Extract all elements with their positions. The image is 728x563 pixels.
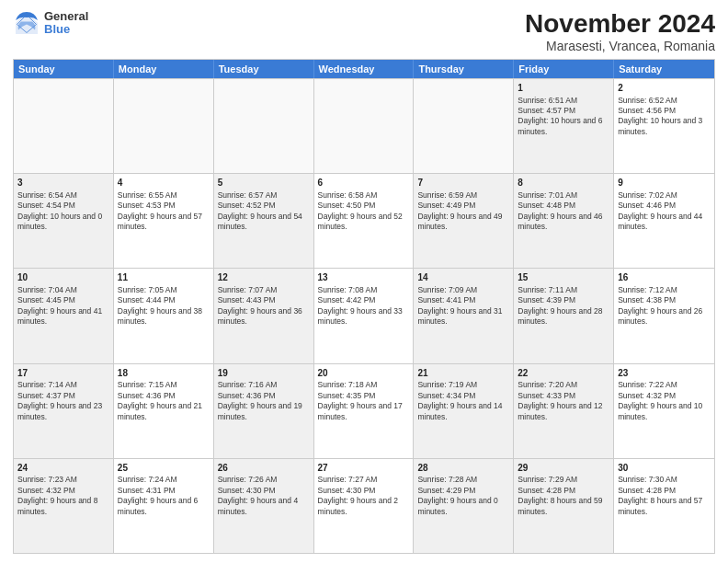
cal-cell-0-1 [114,79,214,173]
day-number: 25 [118,462,210,475]
day-info: Sunrise: 6:51 AM Sunset: 4:57 PM Dayligh… [518,96,602,136]
logo-blue: Blue [44,23,88,36]
cal-cell-1-2: 5Sunrise: 6:57 AM Sunset: 4:52 PM Daylig… [214,174,314,268]
cal-cell-4-1: 25Sunrise: 7:24 AM Sunset: 4:31 PM Dayli… [114,459,214,553]
day-number: 4 [118,177,210,190]
header-day-monday: Monday [114,60,214,78]
logo-general: General [44,10,88,23]
cal-cell-3-0: 17Sunrise: 7:14 AM Sunset: 4:37 PM Dayli… [14,364,114,458]
cal-cell-0-2 [214,79,314,173]
cal-cell-0-5: 1Sunrise: 6:51 AM Sunset: 4:57 PM Daylig… [514,79,614,173]
day-info: Sunrise: 7:22 AM Sunset: 4:32 PM Dayligh… [618,380,702,420]
cal-cell-2-0: 10Sunrise: 7:04 AM Sunset: 4:45 PM Dayli… [14,269,114,362]
header-day-tuesday: Tuesday [214,60,314,78]
day-info: Sunrise: 6:59 AM Sunset: 4:49 PM Dayligh… [417,190,502,231]
cal-cell-4-2: 26Sunrise: 7:26 AM Sunset: 4:30 PM Dayli… [214,459,314,553]
cal-cell-4-0: 24Sunrise: 7:23 AM Sunset: 4:32 PM Dayli… [14,459,114,553]
cal-cell-4-6: 30Sunrise: 7:30 AM Sunset: 4:28 PM Dayli… [614,459,714,553]
cal-cell-0-4 [414,79,514,173]
day-number: 1 [518,82,609,95]
day-info: Sunrise: 7:20 AM Sunset: 4:33 PM Dayligh… [518,380,602,420]
day-info: Sunrise: 7:04 AM Sunset: 4:45 PM Dayligh… [17,285,102,326]
header-day-thursday: Thursday [414,60,514,78]
cal-cell-1-5: 8Sunrise: 7:01 AM Sunset: 4:48 PM Daylig… [514,174,614,268]
day-number: 24 [17,462,109,475]
day-number: 10 [17,271,109,284]
cal-cell-0-3 [314,79,415,173]
cal-cell-2-5: 15Sunrise: 7:11 AM Sunset: 4:39 PM Dayli… [514,269,614,362]
cal-cell-1-3: 6Sunrise: 6:58 AM Sunset: 4:50 PM Daylig… [314,174,415,268]
logo-icon [13,9,40,37]
calendar-row-3: 17Sunrise: 7:14 AM Sunset: 4:37 PM Dayli… [14,363,714,458]
day-number: 7 [417,177,509,190]
day-number: 19 [218,367,310,380]
day-number: 9 [618,177,711,190]
day-number: 23 [618,367,711,380]
day-info: Sunrise: 7:23 AM Sunset: 4:32 PM Dayligh… [17,475,97,515]
day-number: 2 [618,82,711,95]
day-number: 12 [218,271,310,284]
header-day-saturday: Saturday [614,60,714,78]
day-info: Sunrise: 7:14 AM Sunset: 4:37 PM Dayligh… [17,380,102,420]
logo: General Blue [13,9,88,37]
calendar-row-0: 1Sunrise: 6:51 AM Sunset: 4:57 PM Daylig… [14,78,714,173]
day-number: 26 [218,462,310,475]
day-info: Sunrise: 7:11 AM Sunset: 4:39 PM Dayligh… [518,285,602,326]
header: General Blue November 2024 Marasesti, Vr… [13,9,715,53]
calendar-row-1: 3Sunrise: 6:54 AM Sunset: 4:54 PM Daylig… [14,173,714,268]
day-number: 20 [318,367,410,380]
day-number: 21 [417,367,509,380]
cal-cell-3-1: 18Sunrise: 7:15 AM Sunset: 4:36 PM Dayli… [114,364,214,458]
day-number: 29 [518,462,609,475]
cal-cell-1-0: 3Sunrise: 6:54 AM Sunset: 4:54 PM Daylig… [14,174,114,268]
day-info: Sunrise: 7:12 AM Sunset: 4:38 PM Dayligh… [618,285,702,326]
day-info: Sunrise: 6:52 AM Sunset: 4:56 PM Dayligh… [618,96,702,136]
day-number: 27 [318,462,410,475]
day-number: 17 [17,367,109,380]
header-day-wednesday: Wednesday [314,60,415,78]
day-info: Sunrise: 7:29 AM Sunset: 4:28 PM Dayligh… [518,475,602,515]
cal-cell-3-2: 19Sunrise: 7:16 AM Sunset: 4:36 PM Dayli… [214,364,314,458]
cal-cell-3-6: 23Sunrise: 7:22 AM Sunset: 4:32 PM Dayli… [614,364,714,458]
day-info: Sunrise: 7:01 AM Sunset: 4:48 PM Dayligh… [518,190,602,231]
calendar: SundayMondayTuesdayWednesdayThursdayFrid… [13,59,715,554]
calendar-subtitle: Marasesti, Vrancea, Romania [525,39,715,53]
day-number: 22 [518,367,609,380]
calendar-row-2: 10Sunrise: 7:04 AM Sunset: 4:45 PM Dayli… [14,268,714,362]
cal-cell-0-6: 2Sunrise: 6:52 AM Sunset: 4:56 PM Daylig… [614,79,714,173]
cal-cell-3-3: 20Sunrise: 7:18 AM Sunset: 4:35 PM Dayli… [314,364,415,458]
cal-cell-1-4: 7Sunrise: 6:59 AM Sunset: 4:49 PM Daylig… [414,174,514,268]
page: General Blue November 2024 Marasesti, Vr… [0,0,728,563]
logo-text: General Blue [44,10,88,37]
day-number: 15 [518,271,609,284]
calendar-header: SundayMondayTuesdayWednesdayThursdayFrid… [14,60,714,78]
calendar-body: 1Sunrise: 6:51 AM Sunset: 4:57 PM Daylig… [14,78,714,553]
day-info: Sunrise: 6:55 AM Sunset: 4:53 PM Dayligh… [118,190,202,231]
day-number: 5 [218,177,310,190]
cal-cell-2-4: 14Sunrise: 7:09 AM Sunset: 4:41 PM Dayli… [414,269,514,362]
day-info: Sunrise: 7:08 AM Sunset: 4:42 PM Dayligh… [318,285,403,326]
day-info: Sunrise: 7:07 AM Sunset: 4:43 PM Dayligh… [218,285,302,326]
cal-cell-3-5: 22Sunrise: 7:20 AM Sunset: 4:33 PM Dayli… [514,364,614,458]
day-number: 28 [417,462,509,475]
header-day-sunday: Sunday [14,60,114,78]
day-info: Sunrise: 7:26 AM Sunset: 4:30 PM Dayligh… [218,475,298,515]
day-number: 8 [518,177,609,190]
cal-cell-2-1: 11Sunrise: 7:05 AM Sunset: 4:44 PM Dayli… [114,269,214,362]
day-number: 18 [118,367,210,380]
day-info: Sunrise: 7:02 AM Sunset: 4:46 PM Dayligh… [618,190,702,231]
day-number: 3 [17,177,109,190]
title-block: November 2024 Marasesti, Vrancea, Romani… [525,9,715,53]
cal-cell-2-2: 12Sunrise: 7:07 AM Sunset: 4:43 PM Dayli… [214,269,314,362]
day-number: 13 [318,271,410,284]
cal-cell-4-5: 29Sunrise: 7:29 AM Sunset: 4:28 PM Dayli… [514,459,614,553]
day-info: Sunrise: 7:15 AM Sunset: 4:36 PM Dayligh… [118,380,202,420]
day-info: Sunrise: 6:57 AM Sunset: 4:52 PM Dayligh… [218,190,302,231]
day-info: Sunrise: 7:27 AM Sunset: 4:30 PM Dayligh… [318,475,398,515]
day-number: 6 [318,177,410,190]
day-info: Sunrise: 7:05 AM Sunset: 4:44 PM Dayligh… [118,285,202,326]
day-number: 14 [417,271,509,284]
day-number: 16 [618,271,711,284]
day-info: Sunrise: 7:24 AM Sunset: 4:31 PM Dayligh… [118,475,198,515]
cal-cell-2-6: 16Sunrise: 7:12 AM Sunset: 4:38 PM Dayli… [614,269,714,362]
